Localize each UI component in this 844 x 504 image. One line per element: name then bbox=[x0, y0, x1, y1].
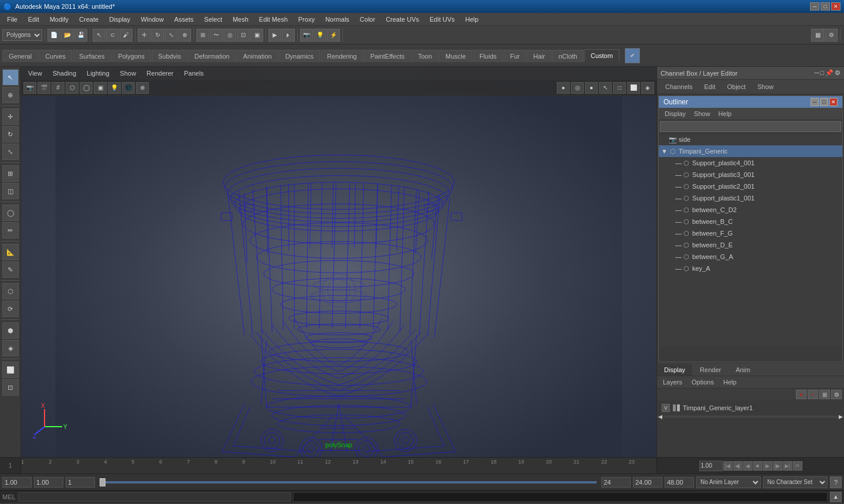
layer-add-btn[interactable]: + bbox=[796, 390, 806, 399]
shelf-tab-animation[interactable]: Animation bbox=[237, 50, 278, 62]
outliner-menu-show[interactable]: Show bbox=[690, 109, 714, 118]
scale-tool-left[interactable]: ⤡ bbox=[2, 144, 19, 160]
layer-tab-anim[interactable]: Anim bbox=[729, 364, 758, 376]
shelf-tab-ncloth[interactable]: nCloth bbox=[552, 50, 584, 62]
cb-tab-object[interactable]: Object bbox=[722, 82, 750, 91]
layer-scroll-right[interactable]: ▶ bbox=[839, 414, 843, 420]
minimize-button[interactable]: ─ bbox=[810, 2, 819, 11]
layer-settings-btn[interactable]: ⚙ bbox=[831, 390, 842, 399]
outliner-close[interactable]: ✕ bbox=[829, 98, 838, 106]
step-back-btn[interactable]: ◀| bbox=[733, 461, 743, 471]
cb-tab-show[interactable]: Show bbox=[753, 82, 778, 91]
vp-menu-shading[interactable]: Shading bbox=[48, 69, 81, 78]
menu-edit-uvs[interactable]: Edit UVs bbox=[425, 15, 460, 24]
range-slider[interactable] bbox=[100, 481, 597, 483]
vp-wire-btn[interactable]: ⬡ bbox=[66, 82, 79, 94]
timeline-ruler[interactable]: 123456789101112131415161718192021222324 bbox=[21, 458, 656, 474]
menu-create[interactable]: Create bbox=[74, 15, 103, 24]
shelf-tab-surfaces[interactable]: Surfaces bbox=[73, 50, 111, 62]
tree-item-between-ga[interactable]: — ⬡ between_G_A bbox=[659, 251, 842, 263]
shelf-tab-toon[interactable]: Toon bbox=[411, 50, 438, 62]
tree-item-support2[interactable]: — ⬡ Support_plastic2_001 bbox=[659, 181, 842, 192]
vp-film-btn[interactable]: 🎬 bbox=[38, 82, 50, 94]
menu-mesh[interactable]: Mesh bbox=[228, 15, 253, 24]
mel-expand-btn[interactable]: ▲ bbox=[830, 492, 842, 502]
lasso-tool[interactable]: ⊂ bbox=[106, 29, 119, 42]
tree-item-between-bc[interactable]: — ⬡ between_B_C bbox=[659, 216, 842, 227]
last-used-tool[interactable]: ◫ bbox=[2, 183, 19, 199]
range-end-input[interactable] bbox=[601, 477, 631, 488]
vp-isolate-btn[interactable]: ↖ bbox=[599, 82, 612, 94]
universal-tool[interactable]: ⊕ bbox=[178, 29, 191, 42]
cb-maximize[interactable]: □ bbox=[820, 69, 824, 77]
snap-surface[interactable]: ▣ bbox=[250, 29, 263, 42]
tree-item-side[interactable]: 📷 side bbox=[659, 134, 842, 145]
open-btn[interactable]: 📂 bbox=[61, 29, 74, 42]
shelf-tab-fluids[interactable]: Fluids bbox=[473, 50, 503, 62]
cb-minimize[interactable]: ─ bbox=[815, 69, 819, 77]
tree-item-support1[interactable]: — ⬡ Support_plastic1_001 bbox=[659, 192, 842, 204]
outliner-search-input[interactable] bbox=[660, 121, 841, 132]
menu-help[interactable]: Help bbox=[461, 15, 484, 24]
shelf-tab-fur[interactable]: Fur bbox=[503, 50, 526, 62]
paint-tool[interactable]: 🖌 bbox=[120, 29, 132, 42]
select-region-tool[interactable]: ⊕ bbox=[2, 87, 19, 103]
shelf-tab-polygons[interactable]: Polygons bbox=[111, 50, 151, 62]
menu-display[interactable]: Display bbox=[104, 15, 135, 24]
layer-tab-render[interactable]: Render bbox=[693, 364, 729, 376]
cb-tab-edit[interactable]: Edit bbox=[699, 82, 720, 91]
sculpt-tool[interactable]: ✏ bbox=[2, 222, 19, 239]
maximize-button[interactable]: □ bbox=[821, 2, 830, 11]
scale-tool[interactable]: ⤡ bbox=[165, 29, 178, 42]
tree-item-support4[interactable]: — ⬡ Support_plastic4_001 bbox=[659, 157, 842, 169]
cb-pin[interactable]: 📌 bbox=[825, 69, 833, 77]
vp-menu-show[interactable]: Show bbox=[115, 69, 141, 78]
shelf-tab-muscle[interactable]: Muscle bbox=[439, 50, 472, 62]
layer-copy-btn[interactable]: ⊞ bbox=[819, 390, 830, 399]
vp-menu-panels[interactable]: Panels bbox=[179, 69, 209, 78]
vp-xray-btn[interactable]: □ bbox=[613, 82, 626, 94]
tree-item-between-cd2[interactable]: — ⬡ between_C_D2 bbox=[659, 204, 842, 216]
tree-item-key-a[interactable]: — ⬡ key_A bbox=[659, 263, 842, 274]
menu-select[interactable]: Select bbox=[199, 15, 227, 24]
menu-create-uvs[interactable]: Create UVs bbox=[381, 15, 424, 24]
mel-input[interactable] bbox=[18, 492, 291, 502]
go-start-btn[interactable]: |◀ bbox=[723, 461, 733, 471]
render-region[interactable]: ⬢ bbox=[2, 322, 19, 339]
range-field3-input[interactable] bbox=[66, 477, 95, 488]
char-set-select[interactable]: No Character Set bbox=[763, 476, 828, 488]
menu-file[interactable]: File bbox=[2, 15, 22, 24]
move-tool[interactable]: ✛ bbox=[138, 29, 151, 42]
help-btn[interactable]: ? bbox=[830, 476, 842, 488]
vp-menu-lighting[interactable]: Lighting bbox=[82, 69, 114, 78]
select-arrow-tool[interactable]: ↖ bbox=[2, 69, 19, 86]
tree-item-support3[interactable]: — ⬡ Support_plastic3_001 bbox=[659, 169, 842, 181]
stop-btn[interactable]: ■ bbox=[753, 461, 763, 471]
range-max-input[interactable] bbox=[665, 477, 694, 488]
shelf-tab-general[interactable]: General bbox=[2, 50, 38, 62]
outliner-menu-display[interactable]: Display bbox=[661, 109, 689, 118]
rotate-tool[interactable]: ↻ bbox=[151, 29, 164, 42]
snap-curve[interactable]: 〜 bbox=[210, 29, 223, 42]
save-btn[interactable]: 💾 bbox=[74, 29, 87, 42]
vp-grid-btn[interactable]: # bbox=[52, 82, 64, 94]
vp-manip-btn[interactable]: ⊕ bbox=[136, 82, 149, 94]
select-tool[interactable]: ↖ bbox=[93, 29, 106, 42]
range-slider-thumb[interactable] bbox=[100, 478, 106, 486]
tree-item-between-fg[interactable]: — ⬡ between_F_G bbox=[659, 227, 842, 239]
range-field2-input[interactable] bbox=[34, 477, 63, 488]
measure-tool[interactable]: 📐 bbox=[2, 244, 19, 260]
ipr-btn[interactable]: ⏵ bbox=[282, 29, 295, 42]
current-time-input[interactable] bbox=[699, 461, 723, 471]
camera-btn[interactable]: 📷 bbox=[300, 29, 313, 42]
layer-name[interactable]: Timpani_Generic_layer1 bbox=[683, 404, 753, 411]
range-current-input[interactable] bbox=[633, 477, 662, 488]
viewport[interactable]: View Shading Lighting Show Renderer Pane… bbox=[21, 67, 656, 457]
outliner-minimize[interactable]: ─ bbox=[811, 98, 819, 106]
menu-edit-mesh[interactable]: Edit Mesh bbox=[254, 15, 292, 24]
layer-tab-display[interactable]: Display bbox=[657, 364, 693, 376]
soft-mod-tool[interactable]: ◯ bbox=[2, 205, 19, 221]
tree-expand-timpani[interactable]: ▼ bbox=[661, 148, 667, 155]
menu-modify[interactable]: Modify bbox=[45, 15, 73, 24]
vp-shadow-btn[interactable]: 🌑 bbox=[122, 82, 135, 94]
